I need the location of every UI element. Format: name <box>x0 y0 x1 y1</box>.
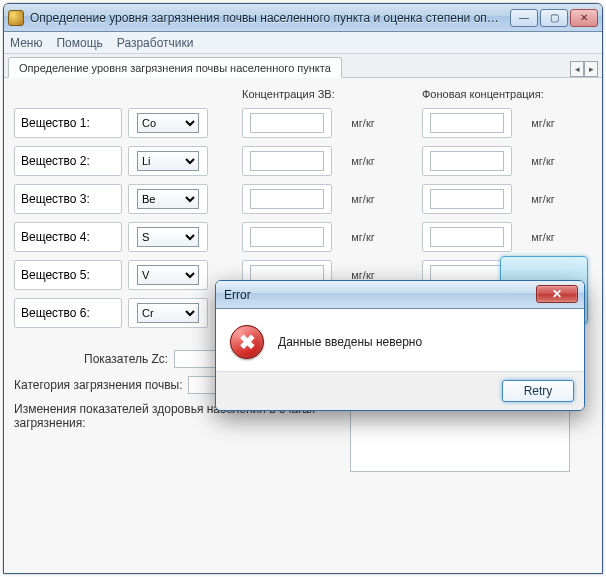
dialog-body: ✖ Данные введены неверно <box>216 309 584 372</box>
menu-item-help[interactable]: Помощь <box>56 36 102 50</box>
retry-button[interactable]: Retry <box>502 380 574 402</box>
substance-select-2[interactable]: Li <box>137 151 199 171</box>
bg-input-2[interactable] <box>430 151 504 171</box>
dialog-title: Error <box>224 288 251 302</box>
unit-label: мг/кг <box>531 231 554 243</box>
unit-label: мг/кг <box>531 155 554 167</box>
row-label-6: Вещество 6: <box>21 306 90 320</box>
zc-label: Показатель Zc: <box>84 352 168 366</box>
conc-input-2[interactable] <box>250 151 324 171</box>
tab-active[interactable]: Определение уровня загрязнения почвы нас… <box>8 57 342 78</box>
titlebar: Определение уровня загрязнения почвы нас… <box>4 4 602 32</box>
substance-select-1[interactable]: Co <box>137 113 199 133</box>
window-buttons: — ▢ ✕ <box>510 9 598 27</box>
unit-label: мг/кг <box>531 117 554 129</box>
dialog-footer: Retry <box>216 372 584 410</box>
unit-label: мг/кг <box>351 231 374 243</box>
dialog-titlebar: Error ✕ <box>216 281 584 309</box>
tab-scroll-right[interactable]: ▸ <box>584 61 598 77</box>
unit-label: мг/кг <box>531 193 554 205</box>
close-button[interactable]: ✕ <box>570 9 598 27</box>
substance-select-4[interactable]: S <box>137 227 199 247</box>
health-output <box>350 402 570 472</box>
row-label-5: Вещество 5: <box>21 268 90 282</box>
menubar: Меню Помощь Разработчики <box>4 32 602 54</box>
row-label-2: Вещество 2: <box>21 154 90 168</box>
tab-scroll: ◂ ▸ <box>570 61 598 77</box>
error-dialog: Error ✕ ✖ Данные введены неверно Retry <box>215 280 585 411</box>
error-icon: ✖ <box>230 325 264 359</box>
unit-label: мг/кг <box>351 155 374 167</box>
conc-input-3[interactable] <box>250 189 324 209</box>
unit-label: мг/кг <box>351 193 374 205</box>
row-label-1: Вещество 1: <box>21 116 90 130</box>
bg-input-3[interactable] <box>430 189 504 209</box>
bg-input-4[interactable] <box>430 227 504 247</box>
dialog-message: Данные введены неверно <box>278 335 422 349</box>
row-label-3: Вещество 3: <box>21 192 90 206</box>
menu-item-menu[interactable]: Меню <box>10 36 42 50</box>
header-concentration: Концентрация ЗВ: <box>242 88 388 100</box>
substance-select-3[interactable]: Be <box>137 189 199 209</box>
dialog-close-button[interactable]: ✕ <box>536 285 578 303</box>
minimize-button[interactable]: — <box>510 9 538 27</box>
tab-scroll-left[interactable]: ◂ <box>570 61 584 77</box>
row-label-4: Вещество 4: <box>21 230 90 244</box>
category-label: Категория загрязнения почвы: <box>14 378 182 392</box>
unit-label: мг/кг <box>351 117 374 129</box>
menu-item-developers[interactable]: Разработчики <box>117 36 194 50</box>
substance-select-5[interactable]: V <box>137 265 199 285</box>
header-background: Фоновая концентрация: <box>422 88 568 100</box>
tabstrip: Определение уровня загрязнения почвы нас… <box>4 54 602 78</box>
maximize-button[interactable]: ▢ <box>540 9 568 27</box>
conc-input-4[interactable] <box>250 227 324 247</box>
bg-input-1[interactable] <box>430 113 504 133</box>
substance-select-6[interactable]: Cr <box>137 303 199 323</box>
window-title: Определение уровня загрязнения почвы нас… <box>30 11 504 25</box>
app-icon <box>8 10 24 26</box>
conc-input-1[interactable] <box>250 113 324 133</box>
